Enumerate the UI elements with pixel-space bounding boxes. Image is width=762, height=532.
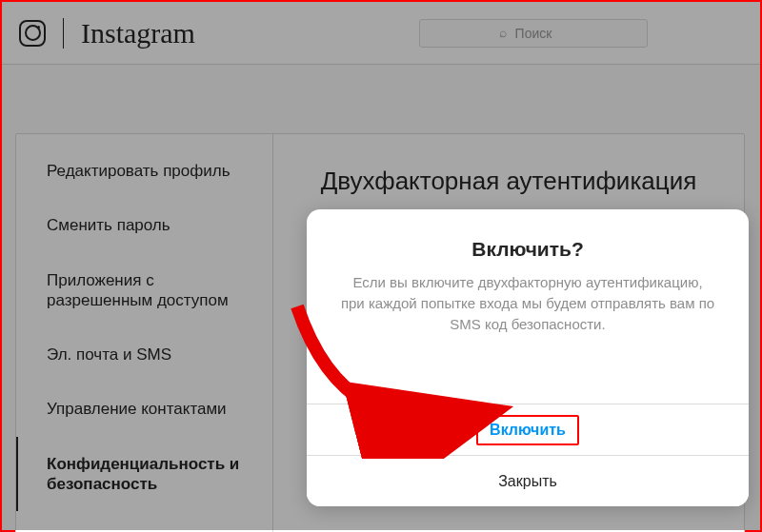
top-nav: Instagram	[2, 2, 760, 65]
page-title: Двухфакторная аутентификация	[292, 167, 725, 196]
close-button[interactable]: Закрыть	[307, 455, 749, 506]
sidebar-item-authorized-apps[interactable]: Приложения с разрешенным доступом	[16, 253, 272, 328]
sidebar-item-manage-contacts[interactable]: Управление контактами	[16, 382, 272, 436]
instagram-glyph-icon[interactable]	[19, 20, 46, 47]
sidebar-item-privacy-security[interactable]: Конфиденциальность и безопасность	[16, 437, 272, 512]
instagram-wordmark[interactable]: Instagram	[81, 17, 195, 49]
search-icon	[419, 19, 648, 48]
sidebar-item-change-password[interactable]: Сменить пароль	[16, 198, 272, 252]
sidebar-item-email-sms[interactable]: Эл. почта и SMS	[16, 327, 272, 382]
settings-sidebar: Редактировать профиль Сменить пароль При…	[16, 134, 273, 532]
sidebar-item-edit-profile[interactable]: Редактировать профиль	[16, 144, 272, 198]
enable-button-label: Включить	[476, 415, 579, 445]
dialog-title: Включить?	[339, 238, 716, 261]
logo-divider	[63, 18, 64, 49]
dialog-body-text: Если вы включите двухфакторную аутентифи…	[339, 272, 716, 334]
enable-2fa-dialog: Включить? Если вы включите двухфакторную…	[307, 209, 749, 506]
enable-button[interactable]: Включить	[307, 404, 749, 455]
search-input[interactable]	[419, 19, 648, 48]
